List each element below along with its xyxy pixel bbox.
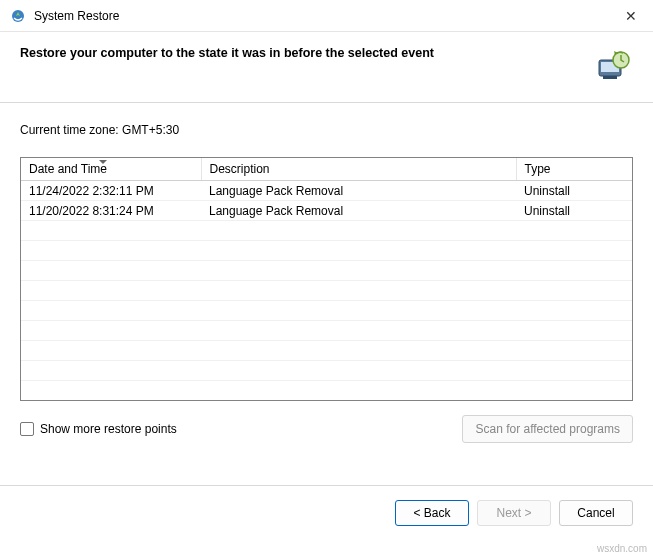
system-restore-icon [10, 8, 26, 24]
show-more-label: Show more restore points [40, 422, 177, 436]
next-button[interactable]: Next > [477, 500, 551, 526]
header: Restore your computer to the state it wa… [0, 32, 653, 103]
col-header-description[interactable]: Description [201, 158, 516, 181]
svg-rect-3 [603, 76, 617, 79]
table-row-empty: . [21, 281, 632, 301]
timezone-label: Current time zone: GMT+5:30 [20, 123, 633, 137]
below-table-row: Show more restore points Scan for affect… [20, 415, 633, 443]
restore-illustration-icon [593, 46, 633, 86]
table-row-empty: . [21, 361, 632, 381]
watermark: wsxdn.com [597, 543, 647, 554]
titlebar: System Restore ✕ [0, 0, 653, 32]
col-header-type[interactable]: Type [516, 158, 632, 181]
table-row-empty: . [21, 301, 632, 321]
scan-affected-button[interactable]: Scan for affected programs [462, 415, 633, 443]
show-more-checkbox[interactable]: Show more restore points [20, 422, 177, 436]
col-header-datetime[interactable]: Date and Time [21, 158, 201, 181]
table-row[interactable]: 11/20/2022 8:31:24 PM Language Pack Remo… [21, 201, 632, 221]
page-heading: Restore your computer to the state it wa… [20, 46, 593, 60]
content-area: Current time zone: GMT+5:30 Date and Tim… [0, 103, 653, 443]
cell-datetime: 11/24/2022 2:32:11 PM [21, 181, 201, 201]
table-row-empty: . [21, 341, 632, 361]
table-row-empty: . [21, 261, 632, 281]
table-row-empty: . [21, 381, 632, 401]
cell-description: Language Pack Removal [201, 201, 516, 221]
back-button[interactable]: < Back [395, 500, 469, 526]
close-button[interactable]: ✕ [619, 8, 643, 24]
table-row-empty: . [21, 241, 632, 261]
table-row-empty: . [21, 321, 632, 341]
cancel-button[interactable]: Cancel [559, 500, 633, 526]
cell-datetime: 11/20/2022 8:31:24 PM [21, 201, 201, 221]
cell-description: Language Pack Removal [201, 181, 516, 201]
footer-buttons: < Back Next > Cancel [0, 485, 653, 540]
table-row[interactable]: 11/24/2022 2:32:11 PM Language Pack Remo… [21, 181, 632, 201]
cell-type: Uninstall [516, 201, 632, 221]
checkbox-icon [20, 422, 34, 436]
cell-type: Uninstall [516, 181, 632, 201]
table-row-empty: . [21, 221, 632, 241]
window-title: System Restore [34, 9, 619, 23]
restore-points-table[interactable]: Date and Time Description Type 11/24/202… [20, 157, 633, 401]
